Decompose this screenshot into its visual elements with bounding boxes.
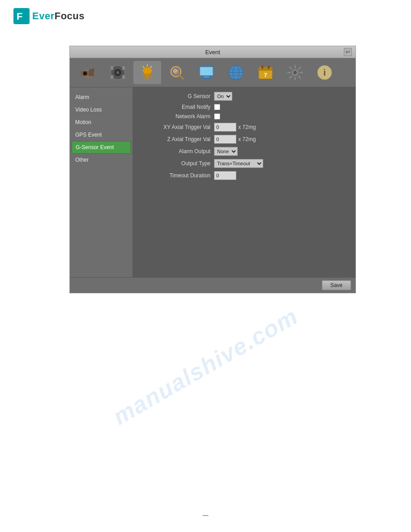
sidebar-item-alarm[interactable]: Alarm [70,91,133,103]
logo-area: F EverFocus [0,0,411,32]
svg-point-15 [143,67,152,74]
svg-rect-13 [122,75,125,79]
sidebar-item-video-loss[interactable]: Video Loss [70,103,133,116]
svg-line-21 [143,66,144,68]
svg-rect-10 [111,66,113,70]
g-sensor-row: G Sensor On Off [139,92,349,101]
event-dialog: Event ↩ [69,46,356,293]
output-type-select[interactable]: Trans+Timeout Trans Timeout [214,159,263,168]
svg-text:F: F [17,11,22,22]
timeout-duration-row: Timeout Duration [139,171,349,180]
logo-text: EverFocus [32,10,85,22]
svg-line-49 [290,76,291,78]
xy-axial-unit: x 72mg [238,124,256,130]
alarm-output-row: Alarm Output None 1 2 [139,147,349,156]
sidebar-item-g-sensor-event[interactable]: G-Sensor Event [72,141,131,154]
output-type-label: Output Type [139,160,210,167]
toolbar-icon-camera[interactable] [74,61,102,84]
network-alarm-checkbox[interactable] [214,113,220,120]
page-number: — [203,512,209,519]
svg-text:i: i [323,68,326,77]
save-button[interactable]: Save [322,280,351,290]
svg-rect-37 [261,65,263,69]
svg-line-47 [299,76,300,78]
z-axial-control: x 72mg [214,135,256,144]
alarm-output-control: None 1 2 [214,147,238,156]
watermark: manualshive.com [108,302,303,430]
g-sensor-control: On Off [214,92,232,101]
alarm-output-label: Alarm Output [139,148,210,154]
toolbar-icon-network[interactable] [222,61,250,84]
svg-point-9 [116,71,119,74]
network-alarm-control [214,113,220,120]
everfocus-logo-icon: F [13,8,30,24]
svg-point-17 [146,76,149,78]
toolbar-icon-info[interactable]: i [311,61,338,84]
z-axial-row: Z Axial Trigger Val x 72mg [139,135,349,144]
toolbar-icon-settings[interactable] [281,61,309,84]
toolbar-icon-search[interactable] [163,61,191,84]
z-axial-input[interactable] [214,135,236,144]
sidebar: Alarm Video Loss Motion GPS Event G-Sens… [70,87,133,277]
sidebar-item-motion[interactable]: Motion [70,116,133,129]
svg-point-41 [293,71,297,74]
icon-toolbar: 7 [70,58,355,87]
email-notify-checkbox[interactable] [214,104,220,110]
svg-line-46 [290,67,291,69]
email-notify-control [214,104,220,110]
timeout-duration-input[interactable] [214,171,236,180]
z-axial-unit: x 72mg [238,136,256,142]
svg-rect-38 [268,65,270,69]
xy-axial-control: x 72mg [214,123,256,132]
timeout-duration-control [214,171,236,180]
email-notify-row: Email Notify [139,104,349,110]
back-button[interactable]: ↩ [344,48,352,56]
dialog-body: Alarm Video Loss Motion GPS Event G-Sens… [70,87,355,277]
svg-line-20 [150,66,152,68]
dialog-footer: Save [70,277,355,293]
toolbar-icon-display[interactable] [193,61,220,84]
xy-axial-row: XY Axial Trigger Val x 72mg [139,123,349,132]
output-type-row: Output Type Trans+Timeout Trans Timeout [139,159,349,168]
svg-line-48 [299,67,300,69]
svg-point-6 [84,72,86,75]
svg-rect-27 [200,67,213,75]
svg-rect-29 [202,78,211,79]
content-panel: G Sensor On Off Email Notify Network Ala… [133,87,355,277]
sidebar-item-gps-event[interactable]: GPS Event [70,129,133,141]
svg-rect-11 [122,66,125,70]
network-alarm-row: Network Alarm [139,113,349,120]
svg-rect-12 [111,75,113,79]
toolbar-icon-alarm[interactable] [133,61,161,84]
svg-rect-28 [204,76,209,78]
email-notify-label: Email Notify [139,104,210,110]
z-axial-label: Z Axial Trigger Val [139,136,210,142]
timeout-duration-label: Timeout Duration [139,172,210,179]
svg-rect-16 [145,73,150,76]
svg-rect-36 [259,67,272,71]
g-sensor-select[interactable]: On Off [214,92,232,101]
xy-axial-input[interactable] [214,123,236,132]
svg-line-25 [180,75,183,79]
toolbar-icon-schedule[interactable]: 7 [252,61,279,84]
dialog-title: Event [81,49,344,56]
svg-text:7: 7 [264,72,267,78]
network-alarm-label: Network Alarm [139,113,210,120]
toolbar-icon-video[interactable] [104,61,132,84]
g-sensor-label: G Sensor [139,93,210,99]
svg-rect-18 [146,66,148,68]
dialog-titlebar: Event ↩ [70,46,355,58]
alarm-output-select[interactable]: None 1 2 [214,147,238,156]
xy-axial-label: XY Axial Trigger Val [139,124,210,130]
sidebar-item-other[interactable]: Other [70,154,133,166]
output-type-control: Trans+Timeout Trans Timeout [214,159,263,168]
